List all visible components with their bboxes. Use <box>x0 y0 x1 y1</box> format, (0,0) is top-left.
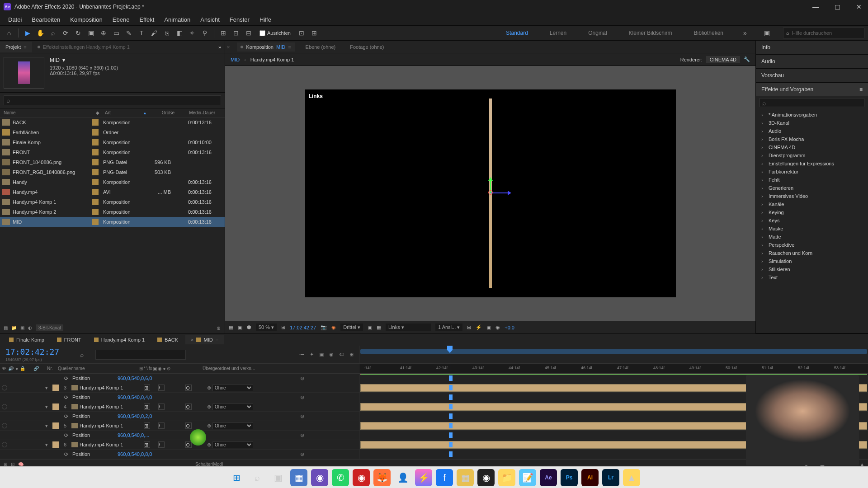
timeline-layer-row[interactable]: ▾4Handy.mp4 Komp 1⊞/⊙⊚ Ohne <box>0 402 359 412</box>
tl-icon1[interactable]: ⊶ <box>299 352 304 357</box>
widgets-icon[interactable]: ▦ <box>290 469 307 486</box>
home-icon[interactable]: ⌂ <box>4 28 14 38</box>
effects-category[interactable]: Perspektive <box>756 241 868 249</box>
lightroom-icon[interactable]: Lr <box>602 469 619 486</box>
effects-category[interactable]: Text <box>756 273 868 282</box>
project-row[interactable]: Handy.mp4 Komp 1 Komposition 0:00:13:16 <box>0 197 225 207</box>
pan-behind-tool[interactable]: ⊕ <box>98 28 109 38</box>
timeline-tab[interactable]: × MID ≡ <box>185 335 224 344</box>
timeline-property-row[interactable]: ⟳Position960,0,540,0,2,0⊚ <box>0 412 359 421</box>
project-row[interactable]: Handy Komposition 0:00:13:16 <box>0 177 225 187</box>
timeline-tab[interactable]: BACK <box>152 335 184 344</box>
pixel-aspect-icon[interactable]: ⊞ <box>467 324 471 330</box>
tl-icon4[interactable]: ◉ <box>329 352 334 357</box>
effects-category[interactable]: Generieren <box>756 184 868 192</box>
timeline-layer-row[interactable]: ▾3Handy.mp4 Komp 1⊞/⊙⊚ Ohne <box>0 383 359 393</box>
menu-bearbeiten[interactable]: Bearbeiten <box>27 14 65 25</box>
anchor-point[interactable] <box>488 190 493 195</box>
trash-icon[interactable]: 🗑 <box>217 325 221 330</box>
project-row[interactable]: FRONT_1840886.png PNG-Datei 596 KB <box>0 157 225 167</box>
menu-hilfe[interactable]: Hilfe <box>255 14 276 25</box>
mask-icon[interactable]: ▣ <box>238 324 242 330</box>
project-row[interactable]: Handy.mp4 AVI ... MB 0:00:13:16 <box>0 187 225 197</box>
selection-tool[interactable]: ▶ <box>22 28 33 38</box>
brush-tool[interactable]: 🖌 <box>149 28 160 38</box>
ausrichten-checkbox[interactable] <box>259 30 265 36</box>
puppet-tool[interactable]: ⚲ <box>199 28 210 38</box>
app3-icon[interactable]: 👤 <box>394 469 411 486</box>
workspace-standard[interactable]: Standard <box>500 27 533 39</box>
snap2-icon[interactable]: ⊞ <box>309 28 320 38</box>
effects-category[interactable]: Simulation <box>756 257 868 265</box>
workspace-bibliotheken[interactable]: Bibliotheken <box>689 27 729 39</box>
effects-category[interactable]: Fehlt <box>756 176 868 184</box>
workspace-kleiner[interactable]: Kleiner Bildschirm <box>623 27 678 39</box>
timeline-layer-row[interactable]: ▾5Handy.mp4 Komp 1⊞/⊙⊚ Ohne <box>0 421 359 431</box>
project-row[interactable]: Handy.mp4 Komp 2 Komposition 0:00:13:16 <box>0 207 225 217</box>
snapshot-icon[interactable]: 📷 <box>321 324 327 330</box>
tl-icon6[interactable]: ⊞ <box>349 352 354 357</box>
info-panel-tab[interactable]: Info <box>756 41 868 54</box>
col-name[interactable]: Name <box>2 110 92 115</box>
views-count-dropdown[interactable]: 1 Ansi... ▾ <box>435 324 462 331</box>
photoshop-icon[interactable]: Ps <box>561 469 578 486</box>
roto-tool[interactable]: ✧ <box>187 28 198 38</box>
col-label[interactable]: ◆ <box>92 110 103 115</box>
effects-panel-tab[interactable]: Effekte und Vorgaben≡ <box>756 83 868 96</box>
renderer-settings-icon[interactable]: 🔧 <box>744 56 750 62</box>
whatsapp-icon[interactable]: ✆ <box>332 469 349 486</box>
effects-category[interactable]: Stilisieren <box>756 265 868 273</box>
time-ruler[interactable]: :14f41:14f42:14f43:14f44:14f45:14f46:14f… <box>359 364 868 374</box>
facebook-icon[interactable]: f <box>436 469 453 486</box>
effects-category[interactable]: Keys <box>756 216 868 225</box>
workspace-more-icon[interactable]: » <box>740 28 750 38</box>
timeline-tab[interactable]: Finale Komp <box>4 335 50 344</box>
adjust-icon[interactable]: ◐ <box>28 325 32 330</box>
fast-preview-icon[interactable]: ⚡ <box>476 324 482 330</box>
timeline-property-row[interactable]: ⟳Position960,0,540,0,8,0⊚ <box>0 450 359 459</box>
shape-tool[interactable]: ▭ <box>111 28 122 38</box>
project-row[interactable]: MID Komposition 0:00:13:16 <box>0 217 225 227</box>
workspace-panel-icon[interactable]: ▣ <box>761 28 772 38</box>
col-groesse[interactable]: Größe <box>149 110 176 115</box>
panel-menu-icon[interactable]: ≡ <box>859 86 863 93</box>
messenger-icon[interactable]: ⚡ <box>415 469 432 486</box>
timeline-timecode[interactable]: 17:02:42:27 <box>5 347 59 357</box>
app2-icon[interactable]: ◉ <box>353 469 370 486</box>
tl-icon5[interactable]: 🏷 <box>339 352 344 357</box>
project-tab[interactable]: Projekt ≡ <box>0 42 32 52</box>
footage-tab[interactable]: Footage (ohne) <box>346 42 387 52</box>
effects-category[interactable]: Keying <box>756 208 868 216</box>
timeline-search-input[interactable] <box>95 350 186 360</box>
timeline-property-row[interactable]: ⟳Position960,0,540,0,4,0⊚ <box>0 393 359 402</box>
workspace-original[interactable]: Original <box>583 27 612 39</box>
workspace-lernen[interactable]: Lernen <box>544 27 572 39</box>
channel-icon[interactable]: ◉ <box>331 324 336 330</box>
effects-category[interactable]: Rauschen und Korn <box>756 249 868 257</box>
folder-icon[interactable]: 📁 <box>11 325 17 330</box>
col-art[interactable]: Art <box>103 110 144 115</box>
effects-search-input[interactable] <box>760 98 864 107</box>
maximize-button[interactable]: ▢ <box>832 1 843 12</box>
world-axis-icon[interactable]: ⊡ <box>231 28 241 38</box>
col-media[interactable]: Media-Dauer <box>176 110 217 115</box>
orbit-tool[interactable]: ⟳ <box>60 28 71 38</box>
comp-flowchart-icon[interactable]: ◉ <box>495 324 500 330</box>
composition-tab[interactable]: Komposition MID ≡ <box>237 42 294 52</box>
rotate-tool[interactable]: ↻ <box>73 28 84 38</box>
interpret-icon[interactable]: ▦ <box>4 325 8 330</box>
ebene-tab[interactable]: Ebene (ohne) <box>302 42 340 52</box>
quality-dropdown[interactable]: Drittel ▾ <box>340 324 363 331</box>
effects-category[interactable]: Matte <box>756 233 868 241</box>
timecode-display[interactable]: 17:02:42:27 <box>290 325 316 330</box>
effect-settings-tab[interactable]: Effekteinstellungen Handy.mp4 Komp 1 <box>32 42 135 52</box>
effects-category[interactable]: 3D-Kanal <box>756 119 868 127</box>
illustrator-icon[interactable]: Ai <box>581 469 599 486</box>
camera-tool[interactable]: ▣ <box>85 28 96 38</box>
project-row[interactable]: Farbflächen Ordner <box>0 127 225 137</box>
close-button[interactable]: ✕ <box>854 1 864 12</box>
bit-depth[interactable]: 8-Bit-Kanal <box>36 324 63 331</box>
menu-komposition[interactable]: Komposition <box>66 14 107 25</box>
3d-icon[interactable]: ⬢ <box>247 324 251 330</box>
minimize-button[interactable]: — <box>810 1 821 12</box>
